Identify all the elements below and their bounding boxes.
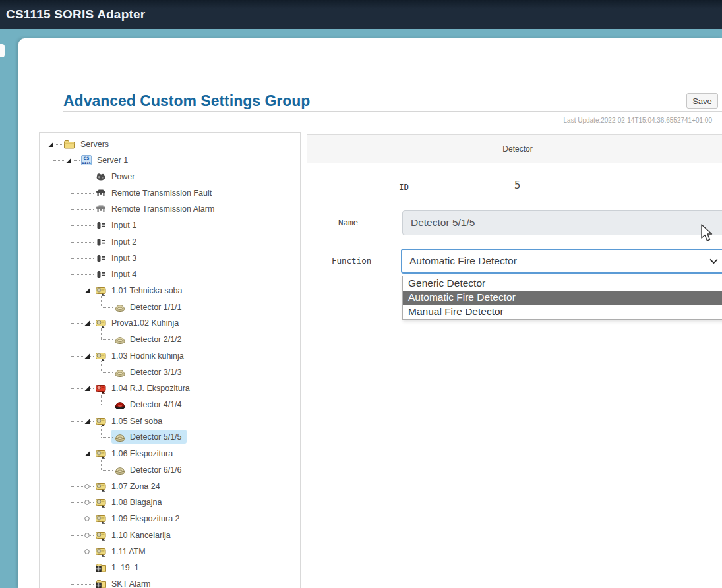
- tree-row[interactable]: 1.01 Tehnicka soba: [40, 283, 300, 298]
- tree-row[interactable]: Input 2: [40, 235, 300, 249]
- expander-expanded-icon[interactable]: [84, 353, 90, 359]
- expander-collapsed-icon[interactable]: [84, 499, 90, 506]
- tree-item-label: Server 1: [97, 156, 128, 165]
- expander-collapsed-icon[interactable]: [84, 532, 90, 539]
- tree-row[interactable]: Remote Transmission Fault: [40, 186, 300, 200]
- device-tree: ServersCS1115Server 1PowerRemote Transmi…: [39, 132, 301, 588]
- tree-connector: [71, 209, 94, 210]
- tree-row[interactable]: Input 3: [40, 251, 300, 266]
- function-select[interactable]: Automatic Fire Detector: [401, 249, 722, 274]
- zone-icon: [95, 497, 107, 508]
- tree-item-label: 1.05 Sef soba: [111, 417, 162, 426]
- mouse-cursor: [700, 224, 715, 242]
- left-edge-tab[interactable]: [0, 44, 5, 57]
- tree-row[interactable]: Input 1: [40, 218, 300, 233]
- tree-connector: [71, 242, 94, 243]
- zone-alarm-red-icon: [95, 383, 107, 394]
- tree-item-label: Detector 5/1/5: [130, 432, 182, 442]
- header-divider: [63, 111, 722, 112]
- tree-item-label: Prova1.02 Kuhinja: [111, 318, 179, 328]
- svg-text:CS: CS: [84, 156, 90, 160]
- tree-row[interactable]: 1.03 Hodnik kuhinja: [40, 349, 300, 363]
- function-option[interactable]: Manual Fire Detector: [403, 305, 722, 319]
- tree-row[interactable]: Power: [40, 169, 300, 184]
- tree-row[interactable]: Detector 3/1/3: [40, 365, 300, 380]
- input-icon: [95, 253, 107, 264]
- tree-item-label: Detector 3/1/3: [130, 368, 182, 377]
- zone-icon: [95, 318, 107, 328]
- tree-row[interactable]: Prova1.02 Kuhinja: [40, 316, 300, 330]
- tree-item-label: Detector 1/1/1: [130, 303, 182, 312]
- tree-connector: [55, 144, 62, 145]
- expander-collapsed-icon[interactable]: [84, 515, 90, 522]
- tree-item-label: 1.07 Zona 24: [111, 482, 160, 491]
- zone-icon: [95, 530, 107, 541]
- expander-expanded-icon[interactable]: [65, 157, 72, 163]
- tree-item-label: Input 3: [111, 254, 136, 263]
- expander-expanded-icon[interactable]: [84, 385, 90, 392]
- detector-icon: [114, 367, 126, 378]
- zone-icon: [95, 285, 107, 296]
- tree-row[interactable]: 1.10 Kancelarija: [40, 528, 300, 543]
- name-label: Name: [338, 218, 358, 227]
- tree-row[interactable]: 1.07 Zona 24: [40, 479, 300, 494]
- save-button[interactable]: Save: [686, 93, 718, 109]
- tree-item-label: 1.01 Tehnicka soba: [111, 286, 183, 295]
- tree-item-label: Detector 2/1/2: [130, 335, 182, 344]
- tree-row[interactable]: Detector 1/1/1: [40, 300, 300, 314]
- tree-item-label: 1.04 R.J. Ekspozitura: [111, 384, 190, 393]
- tree-row[interactable]: 1.05 Sef soba: [40, 414, 300, 428]
- remote-transmission-fault-icon: [95, 188, 107, 198]
- tree-row[interactable]: Detector 5/1/5: [40, 430, 300, 444]
- tree-row[interactable]: 1.11 ATM: [40, 544, 300, 559]
- detector-icon: [114, 465, 126, 475]
- tree-item-label: Remote Transmission Fault: [111, 189, 212, 198]
- tree-item-label: 1.09 Ekspozitura 2: [111, 514, 180, 523]
- tree-connector: [71, 225, 94, 226]
- tree-connector: [71, 274, 94, 275]
- svg-text:1115: 1115: [82, 161, 91, 165]
- tree-row[interactable]: Detector 6/1/6: [40, 463, 300, 477]
- tree-row[interactable]: CS1115Server 1: [40, 153, 300, 167]
- tree-row[interactable]: Servers: [40, 137, 300, 152]
- tree-item-label: 1_19_1: [111, 563, 139, 572]
- expander-collapsed-icon[interactable]: [84, 483, 90, 490]
- cs1115-server-icon: CS1115: [81, 155, 93, 165]
- tree-row[interactable]: 1.08 Blagajna: [40, 495, 300, 510]
- application-window: CS1115 SORIS Adapter Advanced Custom Set…: [0, 0, 722, 588]
- folder-icon: [63, 139, 75, 150]
- tree-item-label: Power: [111, 172, 135, 181]
- zone-icon: [95, 546, 107, 557]
- tree-row[interactable]: Detector 4/1/4: [40, 397, 300, 412]
- tree-row[interactable]: SKT Alarm: [40, 577, 300, 588]
- expander-expanded-icon[interactable]: [84, 320, 90, 326]
- expander-expanded-icon[interactable]: [84, 450, 90, 457]
- tree-row[interactable]: 1.04 R.J. Ekspozitura: [40, 381, 300, 396]
- tree-row[interactable]: Remote Transmission Alarm: [40, 202, 300, 216]
- tree-connector: [71, 258, 94, 259]
- expander-expanded-icon[interactable]: [84, 418, 90, 425]
- function-dropdown-list: Generic DetectorAutomatic Fire DetectorM…: [402, 276, 722, 320]
- input-icon: [95, 269, 107, 279]
- function-option-highlighted[interactable]: Automatic Fire Detector: [403, 291, 722, 305]
- chevron-down-icon: [709, 258, 718, 264]
- tree-connector: [71, 193, 94, 194]
- expander-expanded-icon[interactable]: [84, 287, 90, 294]
- tree-row[interactable]: 1.06 Ekspozitura: [40, 446, 300, 461]
- detector-icon: [114, 432, 126, 442]
- function-option[interactable]: Generic Detector: [403, 276, 722, 291]
- tree-item-label: 1.03 Hodnik kuhinja: [111, 351, 184, 361]
- tree-row[interactable]: Detector 2/1/2: [40, 332, 300, 347]
- tree-item-label: 1.08 Blagajna: [111, 498, 162, 507]
- id-label: ID: [399, 182, 409, 192]
- detector-icon: [114, 334, 126, 345]
- tree-row[interactable]: Input 4: [40, 267, 300, 281]
- name-field[interactable]: [402, 210, 722, 235]
- expander-expanded-icon[interactable]: [47, 141, 54, 148]
- tree-row[interactable]: 1_19_1: [40, 560, 300, 575]
- tree-item-label: 1.10 Kancelarija: [111, 531, 171, 540]
- panel-header: Detector: [307, 135, 722, 163]
- tree-row[interactable]: 1.09 Ekspozitura 2: [40, 512, 300, 526]
- zone-icon: [95, 416, 107, 426]
- expander-collapsed-icon[interactable]: [84, 548, 90, 555]
